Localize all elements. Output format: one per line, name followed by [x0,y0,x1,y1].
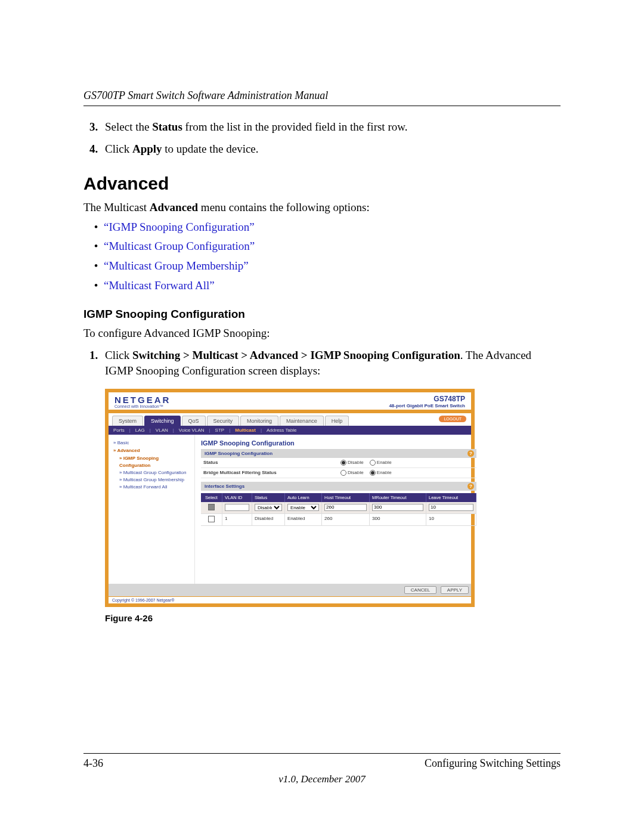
netgear-logo: NETGEAR [114,395,171,405]
radio-label: Disable [348,460,364,465]
side-item-mfa[interactable]: Multicast Forward All [119,484,191,490]
panel-title: IGMP Snooping Configuration [201,439,476,447]
tab-security[interactable]: Security [207,416,240,426]
leave-timeout-input[interactable] [429,504,473,511]
radio-bridge-enable[interactable]: Enable [370,470,392,476]
select-all-checkbox[interactable] [208,504,215,510]
apply-button[interactable]: APPLY [441,586,469,594]
tab-qos[interactable]: QoS [182,416,206,426]
cell-status: Disabled [252,514,285,525]
tab-system[interactable]: System [112,416,143,426]
radio-bridge-disable[interactable]: Disable [340,470,364,476]
radio-status-enable[interactable]: Enable [370,460,392,466]
vlan-input[interactable] [225,504,249,511]
section-interface-head: Interface Settings ? [201,482,476,491]
main-panel: IGMP Snooping Configuration IGMP Snoopin… [195,435,481,584]
brand-tagline: Connect with Innovation™ [114,404,171,408]
tab-maintenance[interactable]: Maintenance [280,416,324,426]
subnav-address-table[interactable]: Address Table [265,428,298,433]
cell-leave: 10 [426,514,476,525]
radio-status-disable[interactable]: Disable [340,460,364,466]
col-leave: Leave Timeout [426,493,476,502]
row-bridge-filtering: Bridge Multicast Filtering Status Disabl… [201,468,476,478]
cell-host: 260 [322,514,370,525]
copyright: Copyright © 1996-2007 Netgear® [109,596,471,603]
status-select[interactable]: Disable [255,504,282,511]
bold: Status [152,120,182,133]
sub-nav: Ports| LAG| VLAN| Voice VLAN| STP| Multi… [109,426,471,435]
step-text: Click Apply to update the device. [105,141,561,157]
mrouter-timeout-input[interactable] [372,504,423,511]
cell-auto: Enabled [285,514,322,525]
screenshot-frame: NETGEAR Connect with Innovation™ GS748TP… [105,389,475,607]
bullets-list: • “IGMP Snooping Configuration” • “Multi… [88,219,561,293]
tab-monitoring[interactable]: Monitoring [240,416,278,426]
figure-screenshot: NETGEAR Connect with Innovation™ GS748TP… [105,389,561,607]
col-vlan: VLAN ID [222,493,252,502]
h2-intro: To configure Advanced IGMP Snooping: [83,326,561,342]
text: Select the [105,120,152,133]
side-item-igmp[interactable]: IGMP Snooping Configuration [119,455,191,468]
text: to update the device. [162,143,259,155]
subnav-vlan[interactable]: VLAN [154,428,169,433]
radio-label: Disable [348,470,364,475]
bullet-item: • “IGMP Snooping Configuration” [88,219,561,236]
subnav-stp[interactable]: STP [214,428,226,433]
link-multicast-forward-all[interactable]: “Multicast Forward All” [104,278,215,294]
subnav-ports[interactable]: Ports [112,428,126,433]
subnav-voice-vlan[interactable]: Voice VLAN [178,428,206,433]
row-checkbox[interactable] [208,516,215,522]
section-label: IGMP Snooping Configuration [205,451,273,456]
section-name: Configuring Switching Settings [425,757,561,770]
radio-icon [340,460,346,466]
intro-paragraph: The Multicast Advanced menu contains the… [83,200,561,216]
link-multicast-group-config[interactable]: “Multicast Group Configuration” [104,239,255,255]
step-number: 3. [83,119,105,135]
page-number: 4-36 [83,757,103,770]
bullet-item: • “Multicast Group Configuration” [88,239,561,255]
radio-icon [370,470,376,476]
side-advanced[interactable]: Advanced [113,447,191,454]
text: The Multicast [83,201,150,213]
heading-advanced: Advanced [83,174,561,194]
bullet-dot-icon: • [88,239,104,255]
cancel-button[interactable]: CANCEL [404,586,436,594]
step-3: 3. Select the Status from the list in th… [83,119,561,135]
radio-label: Enable [377,460,392,465]
cell-mrouter: 300 [370,514,426,525]
side-item-mgc[interactable]: Multicast Group Configuration [119,469,191,476]
text: Click [105,143,132,155]
section-igmp-head: IGMP Snooping Configuration ? [201,449,476,458]
interface-table: Select VLAN ID Status Auto Learn Host Ti… [201,493,476,526]
side-item-mgm[interactable]: Multicast Group Membership [119,476,191,483]
tab-switching[interactable]: Switching [144,416,181,426]
link-igmp-snooping[interactable]: “IGMP Snooping Configuration” [104,219,255,236]
bold-path: Switching > Multicast > Advanced > IGMP … [132,349,460,361]
link-multicast-group-membership[interactable]: “Multicast Group Membership” [104,258,249,274]
figure-caption: Figure 4-26 [105,613,561,623]
radio-label: Enable [377,470,392,475]
table-row: 1 Disabled Enabled 260 300 10 [201,514,476,526]
section-label: Interface Settings [205,484,244,489]
bold: Apply [132,143,162,155]
col-auto: Auto Learn [285,493,322,502]
step-4: 4. Click Apply to update the device. [83,141,561,157]
row-status: Status Disable Enable [201,458,476,468]
radio-icon [370,460,376,466]
radio-icon [340,470,346,476]
tab-help[interactable]: Help [325,416,349,426]
help-icon[interactable]: ? [467,450,474,457]
side-basic[interactable]: Basic [113,439,191,446]
running-head: GS700TP Smart Switch Software Administra… [83,89,561,102]
col-mrouter: MRouter Timeout [370,493,426,502]
subnav-lag[interactable]: LAG [134,428,146,433]
subnav-multicast[interactable]: Multicast [234,428,257,433]
logout-button[interactable]: LOGOUT [439,416,466,422]
host-timeout-input[interactable] [324,504,367,511]
rule-bottom [83,753,561,754]
bold: Advanced [150,201,198,213]
help-icon[interactable]: ? [467,483,474,490]
autolearn-select[interactable]: Enable [287,504,319,511]
bridge-label: Bridge Multicast Filtering Status [203,470,340,475]
model-label: GS748TP [389,395,465,403]
